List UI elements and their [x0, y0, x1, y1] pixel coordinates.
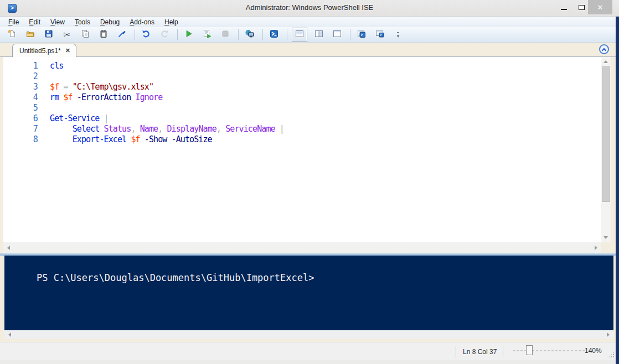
- remote-tab-icon: [245, 29, 254, 40]
- open-script-button[interactable]: [24, 28, 37, 41]
- menu-item-help[interactable]: Help: [159, 18, 183, 27]
- remote-new-tab-icon: [375, 29, 384, 40]
- toolbar-overflow-button[interactable]: ▾: [391, 28, 405, 41]
- menu-item-view[interactable]: View: [45, 18, 70, 27]
- line-number: 8: [3, 134, 50, 145]
- menu-item-file[interactable]: File: [3, 18, 24, 27]
- undo-icon: [142, 29, 151, 40]
- open-folder-icon: [26, 29, 35, 40]
- tab-label: Untitled5.ps1*: [19, 47, 61, 55]
- save-script-button[interactable]: [42, 28, 55, 41]
- close-button[interactable]: ✕: [588, 0, 612, 14]
- scroll-right-icon[interactable]: [595, 246, 597, 250]
- collapse-script-pane-button[interactable]: [599, 44, 609, 54]
- toolbar-separator: [350, 29, 350, 40]
- new-tab-icon: [357, 29, 366, 40]
- powershell-icon: [270, 29, 278, 40]
- run-icon: [184, 29, 193, 40]
- editor-horizontal-scrollbar[interactable]: [3, 242, 601, 253]
- code-text: cls: [50, 61, 63, 71]
- code-text: Export-Excel $f -Show -AutoSize: [50, 134, 212, 145]
- scroll-left-icon[interactable]: [8, 332, 11, 337]
- console-pane[interactable]: PS C:\Users\Douglas\Documents\GitHub\Imp…: [4, 256, 613, 330]
- paste-button[interactable]: [97, 28, 110, 41]
- cut-button[interactable]: ✂: [60, 28, 74, 41]
- line-number: 1: [3, 61, 50, 71]
- powershell-ise-window: > Administrator: Windows PowerShell ISE …: [0, 0, 619, 364]
- save-icon: [44, 29, 53, 40]
- clear-pane-icon: [117, 29, 126, 40]
- code-line: 2: [3, 71, 601, 82]
- undo-button[interactable]: [140, 28, 153, 41]
- menu-item-tools[interactable]: Tools: [70, 18, 95, 27]
- editor-vertical-scrollbar[interactable]: [601, 57, 611, 242]
- zoom-level: 140%: [585, 347, 606, 355]
- new-remote-tab-button[interactable]: [373, 28, 386, 41]
- tab-close-icon[interactable]: ✕: [65, 47, 70, 54]
- show-script-pane-maximized-button[interactable]: [331, 28, 344, 41]
- menu-item-debug[interactable]: Debug: [95, 18, 125, 27]
- layout-max-icon: [333, 29, 342, 40]
- code-text: rm $f -ErrorAction Ignore: [50, 92, 162, 103]
- line-number: 6: [3, 113, 50, 124]
- show-script-pane-top-button[interactable]: [292, 28, 307, 42]
- tab-strip: Untitled5.ps1* ✕: [0, 43, 616, 57]
- line-number: 5: [3, 103, 50, 113]
- code-line: 6Get-Service |: [3, 113, 601, 124]
- layout-top-icon: [295, 29, 304, 40]
- menu-item-edit[interactable]: Edit: [24, 18, 45, 27]
- code-line: 5: [3, 103, 601, 113]
- line-number: 2: [3, 71, 50, 82]
- window-right-edge: [616, 17, 619, 364]
- line-number: 4: [3, 92, 50, 103]
- start-powershell-exe-button[interactable]: [267, 28, 281, 41]
- toolbar-separator: [287, 29, 287, 40]
- title-bar: > Administrator: Windows PowerShell ISE …: [0, 0, 619, 17]
- toolbar-separator: [238, 29, 239, 40]
- scroll-up-icon[interactable]: [603, 60, 608, 63]
- menu-item-addons[interactable]: Add-ons: [125, 18, 159, 27]
- editor-vscroll-thumb[interactable]: [602, 66, 610, 202]
- redo-icon: [160, 29, 169, 40]
- scroll-left-icon[interactable]: [7, 246, 10, 250]
- redo-button: [158, 28, 171, 41]
- scroll-down-icon[interactable]: [603, 236, 608, 239]
- zoom-slider[interactable]: [513, 350, 585, 351]
- code-text: Get-Service |: [50, 113, 109, 124]
- new-powershell-tab-button[interactable]: [355, 28, 368, 41]
- clear-console-pane-button[interactable]: [115, 28, 128, 41]
- scroll-right-icon[interactable]: [607, 332, 610, 337]
- toolbar-separator: [135, 29, 135, 40]
- copy-button[interactable]: [79, 28, 92, 41]
- run-selection-button[interactable]: [200, 28, 214, 41]
- minimize-button[interactable]: [555, 0, 572, 14]
- layout-right-icon: [314, 29, 323, 40]
- code-text: Select Status, Name, DisplayName, Servic…: [50, 124, 284, 134]
- toolbar-separator: [177, 29, 178, 40]
- script-editor[interactable]: 1cls23$f = "C:\Temp\gsv.xlsx"4rm $f -Err…: [3, 57, 601, 242]
- stop-operation-button: [219, 28, 232, 41]
- resize-grip[interactable]: [608, 351, 615, 358]
- close-icon: ✕: [597, 3, 603, 12]
- run-selection-icon: [203, 29, 212, 40]
- tab-untitled5[interactable]: Untitled5.ps1* ✕: [12, 44, 76, 57]
- console-prompt: PS C:\Users\Douglas\Documents\GitHub\Imp…: [37, 272, 314, 283]
- code-line: 3$f = "C:\Temp\gsv.xlsx": [3, 82, 601, 92]
- code-line: 1cls: [3, 61, 601, 71]
- toolbar: ✂▾: [0, 27, 619, 43]
- new-script-button[interactable]: [6, 28, 19, 41]
- toolbar-separator: [262, 29, 263, 40]
- menu-bar: FileEditViewToolsDebugAdd-onsHelp: [0, 17, 619, 27]
- chevron-up-icon: [602, 48, 606, 52]
- code-text: $f = "C:\Temp\gsv.xlsx": [50, 82, 153, 92]
- zoom-slider-thumb[interactable]: [526, 345, 533, 355]
- minimize-icon: [561, 9, 567, 10]
- stop-icon: [221, 29, 230, 40]
- code-line: 4rm $f -ErrorAction Ignore: [3, 92, 601, 103]
- console-horizontal-scrollbar[interactable]: [4, 330, 613, 339]
- new-script-icon: [8, 29, 17, 40]
- new-remote-powershell-tab-button[interactable]: [243, 28, 256, 41]
- run-script-button[interactable]: [182, 28, 195, 41]
- code-line: 8 Export-Excel $f -Show -AutoSize: [3, 134, 601, 145]
- show-script-pane-right-button[interactable]: [312, 28, 326, 41]
